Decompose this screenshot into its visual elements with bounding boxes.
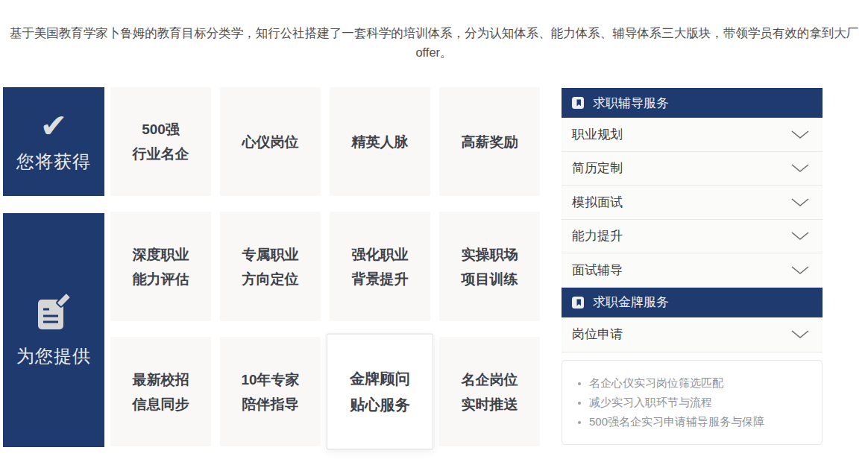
panel-header-gold-service: 求职金牌服务 bbox=[562, 288, 823, 317]
intro-paragraph: 基于美国教育学家卜鲁姆的教育目标分类学，知行公社搭建了一套科学的培训体系，分为认… bbox=[0, 23, 868, 62]
gold-service-bullets: 名企心仪实习岗位筛选匹配 减少实习入职环节与流程 500强名企实习申请辅导服务与… bbox=[562, 360, 823, 445]
accordion-item-interview-coaching[interactable]: 面试辅导 bbox=[562, 253, 823, 288]
accordion-label: 简历定制 bbox=[572, 159, 623, 177]
panel-header-title: 求职金牌服务 bbox=[593, 294, 669, 311]
bullet-item: 500强名企实习申请辅导服务与保障 bbox=[589, 412, 810, 431]
benefit-card: 强化职业 背景提升 bbox=[330, 212, 430, 321]
bookmark-icon bbox=[571, 296, 585, 309]
card-line: 深度职业 bbox=[133, 242, 189, 267]
chevron-down-icon[interactable] bbox=[790, 197, 810, 207]
card-line: 项目训练 bbox=[462, 267, 518, 291]
card-line: 金牌顾问 bbox=[350, 366, 410, 392]
card-line: 专属职业 bbox=[242, 242, 299, 267]
card-line: 最新校招 bbox=[133, 367, 189, 392]
section-tab-you-will-get: ✔ 您将获得 bbox=[3, 87, 104, 196]
benefit-card-grid: 500强 行业名企 心仪岗位 精英人脉 高薪奖励 深度职业 能力评估 专属职业 … bbox=[110, 87, 540, 446]
check-icon: ✔ bbox=[40, 110, 68, 142]
benefit-card: 名企岗位 实时推送 bbox=[439, 337, 540, 446]
card-line: 贴心服务 bbox=[350, 392, 410, 418]
card-line: 实时推送 bbox=[462, 392, 518, 417]
accordion-label: 面试辅导 bbox=[572, 262, 623, 279]
benefit-card: 10年专家 陪伴指导 bbox=[220, 337, 321, 446]
accordion-item-ability-improvement[interactable]: 能力提升 bbox=[562, 220, 823, 254]
training-system-section: 基于美国教育学家卜鲁姆的教育目标分类学，知行公社搭建了一套科学的培训体系，分为认… bbox=[0, 0, 868, 465]
chevron-down-icon[interactable] bbox=[790, 163, 810, 173]
benefit-card: 实操职场 项目训练 bbox=[439, 212, 540, 321]
panel-header-title: 求职辅导服务 bbox=[593, 95, 669, 112]
bookmark-icon bbox=[571, 96, 585, 110]
tab-label: 为您提供 bbox=[16, 344, 91, 368]
edit-note-icon bbox=[36, 292, 72, 334]
benefit-card: 高薪奖励 bbox=[439, 87, 540, 196]
benefit-card: 专属职业 方向定位 bbox=[220, 212, 321, 321]
benefit-card: 500强 行业名企 bbox=[110, 87, 211, 196]
accordion-item-resume-customization[interactable]: 简历定制 bbox=[562, 152, 823, 186]
benefit-card: 深度职业 能力评估 bbox=[110, 212, 211, 321]
card-line: 500强 bbox=[142, 117, 180, 142]
card-line: 心仪岗位 bbox=[242, 130, 299, 154]
tab-label: 您将获得 bbox=[16, 150, 91, 174]
panel-header-coaching: 求职辅导服务 bbox=[562, 88, 823, 118]
benefit-card: 精英人脉 bbox=[330, 87, 430, 196]
card-line: 方向定位 bbox=[242, 267, 299, 291]
card-line: 名企岗位 bbox=[462, 367, 518, 392]
benefit-card: 心仪岗位 bbox=[220, 87, 321, 196]
chevron-down-icon[interactable] bbox=[790, 130, 810, 139]
card-line: 能力评估 bbox=[133, 267, 189, 291]
services-panel: 求职辅导服务 职业规划 简历定制 模拟面试 能力提升 bbox=[562, 88, 823, 445]
intro-line-1: 基于美国教育学家卜鲁姆的教育目标分类学，知行公社搭建了一套科学的培训体系，分为认… bbox=[0, 23, 868, 42]
card-line: 背景提升 bbox=[352, 267, 409, 291]
chevron-down-icon[interactable] bbox=[790, 329, 810, 339]
benefit-card-highlighted: 金牌顾问 贴心服务 bbox=[327, 334, 433, 450]
benefit-card: 最新校招 信息同步 bbox=[110, 337, 211, 446]
card-line: 10年专家 bbox=[241, 367, 299, 392]
accordion-item-career-planning[interactable]: 职业规划 bbox=[562, 118, 823, 152]
card-line: 行业名企 bbox=[133, 142, 189, 166]
intro-line-2: offer。 bbox=[0, 42, 868, 62]
chevron-down-icon[interactable] bbox=[790, 231, 810, 241]
accordion-label: 模拟面试 bbox=[572, 194, 623, 211]
accordion-item-job-application[interactable]: 岗位申请 bbox=[562, 317, 823, 352]
accordion-item-mock-interview[interactable]: 模拟面试 bbox=[562, 186, 823, 220]
accordion-label: 职业规划 bbox=[572, 126, 623, 143]
bullet-item: 减少实习入职环节与流程 bbox=[589, 393, 810, 412]
card-line: 精英人脉 bbox=[352, 130, 409, 154]
accordion-label: 能力提升 bbox=[572, 227, 623, 244]
card-line: 信息同步 bbox=[133, 392, 189, 417]
card-line: 强化职业 bbox=[352, 242, 409, 267]
card-line: 实操职场 bbox=[462, 242, 518, 267]
section-tab-we-provide: 为您提供 bbox=[3, 213, 104, 447]
accordion-label: 岗位申请 bbox=[572, 326, 623, 343]
card-line: 高薪奖励 bbox=[462, 130, 518, 154]
bullet-item: 名企心仪实习岗位筛选匹配 bbox=[589, 373, 810, 393]
card-line: 陪伴指导 bbox=[242, 392, 299, 417]
chevron-down-icon[interactable] bbox=[790, 265, 810, 275]
